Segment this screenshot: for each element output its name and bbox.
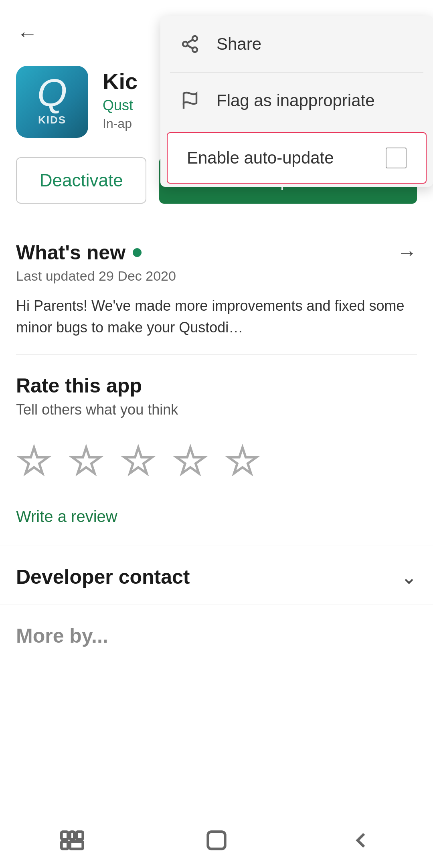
svg-point-8 [192, 47, 197, 52]
flag-icon [180, 90, 200, 111]
svg-line-10 [187, 40, 193, 43]
auto-update-label: Enable auto-update [187, 148, 370, 168]
auto-update-menu-item[interactable]: Enable auto-update [167, 132, 427, 184]
flag-menu-item[interactable]: Flag as inappropriate [160, 73, 433, 129]
svg-point-7 [183, 42, 188, 47]
share-label: Share [216, 34, 261, 54]
auto-update-checkbox[interactable] [386, 148, 407, 168]
menu-divider-2 [170, 129, 423, 129]
svg-line-9 [187, 45, 193, 49]
dropdown-menu: Share Flag as inappropriate Enable auto-… [160, 16, 433, 187]
share-menu-item[interactable]: Share [160, 16, 433, 72]
dropdown-overlay: Share Flag as inappropriate Enable auto-… [0, 0, 433, 868]
share-icon [180, 34, 200, 55]
svg-point-6 [192, 36, 197, 41]
flag-label: Flag as inappropriate [216, 91, 375, 110]
